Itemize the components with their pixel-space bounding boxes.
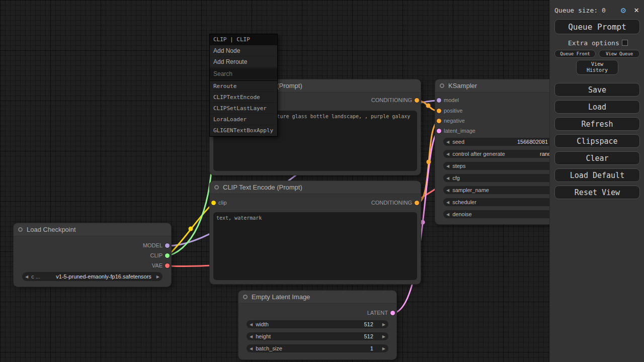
widget-label: control after generate (452, 151, 505, 157)
decrement-icon[interactable]: ◀ (443, 188, 452, 193)
next-value-icon[interactable]: ▶ (153, 275, 163, 279)
decrement-icon[interactable]: ◀ (443, 212, 452, 217)
output-slot-clip[interactable]: CLIP (14, 252, 171, 259)
menu-item-gligentextboxapply[interactable]: GLIGENTextBoxApply (210, 125, 277, 136)
input-slot-label: latent_image (444, 128, 475, 134)
menu-item-loraloader[interactable]: LoraLoader (210, 114, 277, 125)
width-widget[interactable]: ◀ width 512 ▶ (247, 320, 388, 328)
seed-widget[interactable]: ◀ seed 1566802081 (443, 138, 564, 146)
clear-button[interactable]: Clear (554, 151, 640, 165)
output-slot-vae[interactable]: VAE (14, 262, 171, 269)
input-slot-label: positive (444, 108, 462, 114)
increment-icon[interactable]: ▶ (379, 334, 388, 339)
ckpt-name-widget[interactable]: ◀ c ... v1-5-pruned-emaonly-fp16.safeten… (22, 272, 163, 281)
output-slot-label: MODEL (143, 242, 163, 248)
node-title: Load Checkpoint (27, 226, 76, 233)
decrement-icon[interactable]: ◀ (247, 334, 256, 339)
widget-label: cfg (452, 175, 460, 181)
latent-image-input-dot[interactable] (437, 129, 441, 133)
clipspace-button[interactable]: Clipspace (554, 134, 640, 148)
queue-prompt-button[interactable]: Queue Prompt (554, 19, 640, 34)
reset-view-button[interactable]: Reset View (554, 186, 640, 199)
height-widget[interactable]: ◀ height 512 ▶ (247, 332, 388, 340)
node-empty-latent-image[interactable]: Empty Latent Image LATENT ◀ width 512 ▶ … (238, 291, 396, 359)
decrement-icon[interactable]: ◀ (247, 346, 256, 351)
vae-output-dot[interactable] (165, 263, 170, 268)
save-button[interactable]: Save (554, 83, 640, 97)
latent-output-dot[interactable] (390, 311, 395, 315)
denoise-widget[interactable]: ◀ denoise (443, 210, 564, 218)
prompt-textarea[interactable]: text, watermark (213, 212, 417, 280)
clip-output-dot[interactable] (165, 253, 170, 258)
menu-item-cliptextencode[interactable]: CLIPTextEncode (210, 92, 277, 103)
widget-label: width (256, 321, 269, 327)
output-slot-latent[interactable]: LATENT (238, 310, 396, 317)
widget-value: 512 (364, 333, 373, 339)
collapse-dot[interactable] (18, 227, 23, 232)
scheduler-widget[interactable]: ◀ scheduler (443, 198, 564, 206)
prev-value-icon[interactable]: ◀ (22, 275, 31, 279)
batch-size-widget[interactable]: ◀ batch_size 1 ▶ (247, 344, 388, 352)
control-after-generate-widget[interactable]: ◀ control after generate randomize (443, 150, 564, 158)
output-slot-conditioning[interactable]: CONDITIONING (210, 200, 421, 207)
widget-label: height (256, 333, 271, 339)
widget-value: 1566802081 (517, 139, 548, 145)
decrement-icon[interactable]: ◀ (443, 176, 452, 180)
node-title: KSampler (448, 82, 477, 89)
sampler-name-widget[interactable]: ◀ sampler_name (443, 186, 564, 194)
close-icon[interactable]: ✕ (634, 5, 639, 15)
widget-value: 1 (370, 345, 373, 351)
context-menu: CLIP | CLIP Add Node Add Reroute Reroute… (210, 34, 277, 136)
extra-options-checkbox[interactable] (622, 40, 628, 46)
comfy-menu-panel: Queue size: 0 ⚙ ✕ Queue Prompt Extra opt… (549, 0, 644, 362)
menu-item-add-node[interactable]: Add Node (210, 45, 277, 56)
decrement-icon[interactable]: ◀ (443, 164, 452, 168)
negative-input-dot[interactable] (437, 119, 441, 123)
search-input[interactable] (210, 68, 277, 79)
decrement-icon[interactable]: ◀ (443, 200, 452, 205)
model-output-dot[interactable] (165, 243, 170, 248)
model-input-dot[interactable] (437, 98, 441, 103)
menu-item-add-reroute[interactable]: Add Reroute (210, 56, 277, 67)
menu-item-reroute[interactable]: Reroute (210, 81, 277, 92)
output-slot-label: LATENT (367, 310, 388, 316)
node-title-bar[interactable]: CLIP Text Encode (Prompt) (210, 181, 421, 194)
menu-item-clipsetlastlayer[interactable]: CLIPSetLastLayer (210, 103, 277, 114)
output-slot-label: CLIP (150, 252, 163, 258)
input-slot-label: negative (444, 118, 465, 124)
steps-widget[interactable]: ◀ steps (443, 162, 564, 170)
node-clip-text-encode-bottom[interactable]: CLIP Text Encode (Prompt) clip CONDITION… (210, 181, 421, 284)
collapse-dot[interactable] (243, 295, 248, 299)
node-title-bar[interactable]: Load Checkpoint (14, 223, 171, 236)
conditioning-output-dot[interactable] (415, 201, 419, 205)
output-slot-model[interactable]: MODEL (14, 242, 171, 249)
extra-options-label: Extra options (568, 39, 619, 47)
increment-icon[interactable]: ▶ (379, 346, 388, 351)
node-title: CLIP Text Encode (Prompt) (223, 184, 302, 191)
output-slot-label: VAE (152, 262, 163, 268)
collapse-dot[interactable] (440, 83, 444, 88)
settings-gear-icon[interactable]: ⚙ (621, 5, 626, 15)
decrement-icon[interactable]: ◀ (443, 152, 452, 156)
load-button[interactable]: Load (554, 100, 640, 114)
queue-front-button[interactable]: Queue Front (554, 50, 596, 58)
refresh-button[interactable]: Refresh (554, 117, 640, 131)
decrement-icon[interactable]: ◀ (247, 322, 256, 327)
input-slot-label: model (444, 97, 459, 103)
decrement-icon[interactable]: ◀ (443, 140, 452, 144)
menu-search-row (210, 67, 277, 81)
conditioning-output-dot[interactable] (415, 98, 419, 103)
cfg-widget[interactable]: ◀ cfg (443, 174, 564, 182)
widget-label: sampler_name (452, 187, 489, 193)
collapse-dot[interactable] (214, 185, 219, 190)
widget-label: c ... (31, 274, 40, 280)
view-history-button[interactable]: View History (576, 60, 618, 75)
node-load-checkpoint[interactable]: Load Checkpoint MODEL CLIP VAE ◀ c ... v… (14, 223, 171, 287)
context-menu-header: CLIP | CLIP (210, 34, 277, 45)
load-default-button[interactable]: Load Default (554, 168, 640, 182)
widget-label: steps (452, 163, 465, 169)
view-queue-button[interactable]: View Queue (599, 50, 640, 58)
increment-icon[interactable]: ▶ (379, 322, 388, 327)
node-title-bar[interactable]: Empty Latent Image (238, 291, 396, 304)
positive-input-dot[interactable] (437, 109, 441, 113)
